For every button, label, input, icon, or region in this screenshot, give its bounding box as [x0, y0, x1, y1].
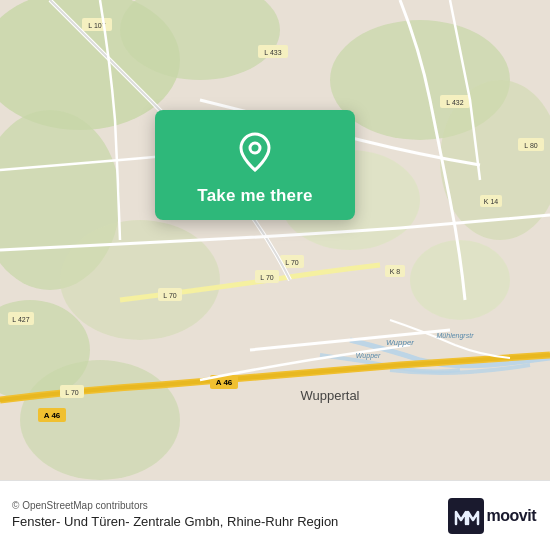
map-container: A 46 A 46 L 70 L 70 L 70 L 107 L 433 L 7… — [0, 0, 550, 480]
place-name: Fenster- Und Türen- Zentrale Gmbh, Rhine… — [12, 514, 448, 531]
location-icon — [231, 128, 279, 176]
svg-text:K 8: K 8 — [390, 268, 401, 275]
svg-text:Wupper: Wupper — [356, 352, 381, 360]
svg-text:L 70: L 70 — [163, 292, 176, 299]
svg-point-41 — [250, 143, 260, 153]
bottom-bar: © OpenStreetMap contributors Fenster- Un… — [0, 480, 550, 550]
svg-text:L 70: L 70 — [65, 389, 78, 396]
moovit-logo: moovit — [448, 498, 536, 534]
take-me-there-card[interactable]: Take me there — [155, 110, 355, 220]
svg-text:Wupper: Wupper — [386, 338, 414, 347]
svg-text:L 70: L 70 — [285, 259, 298, 266]
svg-text:Mühlengrstr: Mühlengrstr — [437, 332, 475, 340]
osm-attribution: © OpenStreetMap contributors — [12, 500, 448, 511]
svg-point-6 — [60, 220, 220, 340]
moovit-text: moovit — [487, 507, 536, 525]
svg-text:A 46: A 46 — [216, 378, 233, 387]
svg-text:L 80: L 80 — [524, 142, 537, 149]
place-info: © OpenStreetMap contributors Fenster- Un… — [12, 500, 448, 531]
svg-text:L 432: L 432 — [446, 99, 463, 106]
moovit-icon — [448, 498, 484, 534]
svg-text:L 433: L 433 — [264, 49, 281, 56]
take-me-there-button-label: Take me there — [197, 186, 312, 206]
svg-text:A 46: A 46 — [44, 411, 61, 420]
svg-text:L 70: L 70 — [260, 274, 273, 281]
svg-text:L 427: L 427 — [12, 316, 29, 323]
svg-text:Wuppertal: Wuppertal — [300, 388, 359, 403]
svg-text:K 14: K 14 — [484, 198, 499, 205]
